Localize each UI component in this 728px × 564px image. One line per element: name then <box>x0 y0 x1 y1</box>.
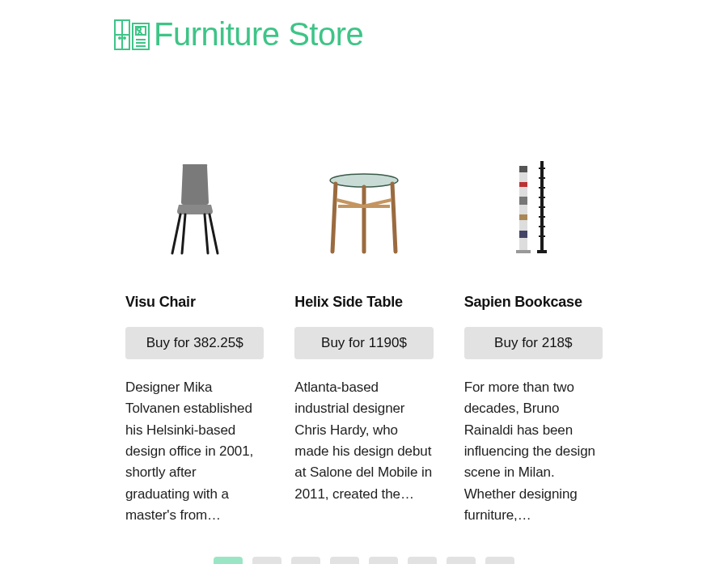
svg-line-11 <box>172 214 180 253</box>
product-image[interactable] <box>294 125 433 255</box>
svg-rect-23 <box>537 250 547 253</box>
page-next-button[interactable]: › <box>485 557 514 564</box>
page-button-1[interactable]: 1 <box>214 557 243 564</box>
svg-line-13 <box>182 214 185 253</box>
svg-line-14 <box>205 214 208 253</box>
buy-button[interactable]: Buy for 218$ <box>464 327 603 359</box>
svg-rect-34 <box>519 182 527 187</box>
product-description: Designer Mika Tolvanen established his H… <box>125 377 264 526</box>
svg-point-10 <box>138 28 141 31</box>
product-card: Sapien Bookcase Buy for 218$ For more th… <box>464 125 603 526</box>
svg-rect-33 <box>519 166 527 172</box>
product-description: Atlanta-based industrial designer Chris … <box>294 377 433 505</box>
buy-button[interactable]: Buy for 382.25$ <box>125 327 264 359</box>
page-button-4[interactable]: 4 <box>330 557 359 564</box>
svg-rect-35 <box>519 197 527 205</box>
product-image[interactable] <box>464 125 603 255</box>
svg-rect-26 <box>539 187 545 189</box>
svg-rect-38 <box>516 250 531 253</box>
product-title[interactable]: Sapien Bookcase <box>464 294 603 311</box>
product-title[interactable]: Visu Chair <box>125 294 264 311</box>
svg-rect-31 <box>539 235 545 237</box>
page-button-5[interactable]: 5 <box>369 557 398 564</box>
page-button-7[interactable]: 7 <box>447 557 476 564</box>
svg-rect-28 <box>539 206 545 208</box>
header: Furniture Store <box>0 16 728 53</box>
product-title[interactable]: Helix Side Table <box>294 294 433 311</box>
page-button-2[interactable]: 2 <box>252 557 281 564</box>
product-card: Helix Side Table Buy for 1190$ Atlanta-b… <box>294 125 433 526</box>
svg-line-17 <box>392 184 396 252</box>
product-card: Visu Chair Buy for 382.25$ Designer Mika… <box>125 125 264 526</box>
page-button-3[interactable]: 3 <box>291 557 320 564</box>
svg-rect-29 <box>539 216 545 218</box>
svg-line-16 <box>332 184 336 252</box>
svg-rect-30 <box>539 226 545 227</box>
buy-button[interactable]: Buy for 1190$ <box>294 327 433 359</box>
svg-rect-27 <box>539 197 545 198</box>
product-grid: Visu Chair Buy for 382.25$ Designer Mika… <box>0 125 728 526</box>
product-image[interactable] <box>125 125 264 255</box>
product-description: For more than two decades, Bruno Rainald… <box>464 377 603 526</box>
svg-point-3 <box>119 37 121 39</box>
svg-point-4 <box>124 37 125 39</box>
store-title[interactable]: Furniture Store <box>154 16 363 53</box>
svg-line-12 <box>210 214 218 253</box>
store-logo-icon <box>113 19 150 51</box>
svg-rect-37 <box>519 231 527 238</box>
svg-rect-25 <box>539 177 545 179</box>
svg-rect-24 <box>539 168 545 169</box>
svg-rect-36 <box>519 214 527 220</box>
pagination: 1 2 3 4 5 6 7 › <box>0 557 728 564</box>
page-button-6[interactable]: 6 <box>408 557 437 564</box>
